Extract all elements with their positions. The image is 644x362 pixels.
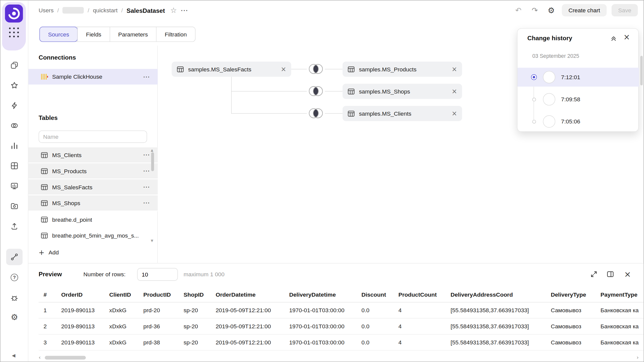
tables-title: Tables [38, 114, 58, 121]
table-item-breathe-point-5min[interactable]: breathe.point_5min_avg_mos_s... [28, 227, 158, 243]
preview-col-header: ClientID [104, 287, 139, 302]
preview-cell: 4 [393, 318, 446, 334]
source-node-salesfacts[interactable]: samples.MS_SalesFacts × [172, 62, 291, 77]
join-icon-shops[interactable] [307, 85, 325, 97]
preview-cell: 2019-05-09T12:21:00 [211, 302, 284, 318]
breadcrumb-redacted-item[interactable] [63, 7, 84, 14]
breadcrumb: Users / / quickstart / SalesDataset ☆ ⋯ [38, 1, 188, 20]
close-preview-icon[interactable]: × [622, 268, 633, 280]
datalens-dataset-editor: ? ⚙ ◀ Users / / quickstart / SalesDatase… [0, 0, 644, 362]
join-line [325, 113, 342, 114]
rows-max-hint: maximum 1 000 [184, 271, 225, 278]
service-switcher [2, 2, 26, 51]
canvas-scrollbar-thumb[interactable] [640, 56, 643, 85]
preview-col-header: ProductCount [393, 287, 446, 302]
preview-table: # OrderID ClientID ProductID ShopID Orde… [38, 287, 644, 350]
table-item-breathe-d-point[interactable]: breathe.d_point [28, 211, 158, 228]
join-icon-clients[interactable] [307, 108, 325, 119]
table-item-label: MS_Shops [52, 200, 80, 206]
table-more-icon[interactable]: ⋯ [143, 184, 150, 191]
source-node-shops[interactable]: samples.MS_Shops × [343, 84, 462, 99]
table-item-label: MS_Clients [52, 152, 82, 158]
tab-parameters[interactable]: Parameters [109, 27, 156, 41]
table-item-ms-products[interactable]: MS_Products ⋯ [28, 163, 158, 179]
nav-datasets-icon[interactable] [7, 118, 22, 133]
nav-export-icon[interactable] [7, 219, 22, 234]
apps-grid-icon[interactable] [9, 27, 19, 37]
preview-cell: xDxkG [104, 334, 139, 350]
nav-favorites-icon[interactable] [7, 78, 22, 93]
preview-col-header: ProductID [138, 287, 179, 302]
hscroll-thumb[interactable] [45, 356, 86, 360]
preview-layout-icon[interactable] [605, 268, 616, 280]
nav-connections-icon[interactable] [7, 98, 22, 113]
history-radio-selected[interactable] [531, 74, 537, 80]
table-item-ms-shops[interactable]: MS_Shops ⋯ [28, 195, 158, 211]
connection-item-sample-clickhouse[interactable]: Sample ClickHouse ⋯ [28, 69, 158, 84]
nav-help-icon[interactable]: ? [7, 270, 22, 285]
table-more-icon[interactable]: ⋯ [143, 151, 150, 158]
nav-dataset-editor-icon[interactable] [6, 249, 22, 265]
table-more-icon[interactable]: ⋯ [143, 199, 150, 206]
list-scroll-up-icon[interactable]: ▲ [151, 149, 153, 152]
sidebar-collapse-button[interactable]: ◀ [12, 353, 15, 358]
rows-count-input[interactable] [137, 268, 178, 281]
table-search-input[interactable] [38, 130, 147, 143]
preview-col-header: OrderDatetime [211, 287, 284, 302]
history-avatar [543, 71, 555, 83]
favorite-star-icon[interactable]: ☆ [170, 7, 177, 14]
hscroll-left-icon[interactable]: ‹ [38, 355, 41, 360]
list-scrollbar-thumb[interactable] [151, 152, 154, 171]
nav-collections-icon[interactable] [7, 58, 22, 73]
create-chart-button[interactable]: Create chart [562, 4, 607, 16]
preview-cell: [55.584931358,37.663917033] [446, 302, 546, 318]
source-node-clients[interactable]: samples.MS_Clients × [343, 106, 462, 121]
header-more-actions[interactable]: ⋯ [181, 7, 188, 14]
table-more-icon[interactable]: ⋯ [143, 167, 150, 174]
expand-preview-icon[interactable] [588, 268, 600, 280]
nav-reports-icon[interactable] [7, 178, 22, 193]
tab-sources[interactable]: Sources [40, 27, 77, 41]
collapse-panel-icon[interactable] [610, 35, 617, 43]
list-scroll-down-icon[interactable]: ▼ [151, 239, 153, 243]
join-line [231, 91, 307, 92]
redo-icon[interactable]: ↷ [529, 5, 541, 16]
table-item-label: breathe.d_point [52, 216, 92, 223]
datalens-logo[interactable] [5, 5, 23, 23]
add-table-button[interactable]: + Add [38, 247, 59, 258]
connection-more-icon[interactable]: ⋯ [143, 73, 150, 80]
history-avatar [543, 93, 555, 106]
tab-fields[interactable]: Fields [77, 27, 110, 41]
join-icon-products[interactable] [307, 63, 325, 75]
remove-source-icon[interactable]: × [452, 66, 457, 72]
history-entry[interactable]: 7:12:01 [517, 68, 639, 86]
dataset-settings-gear-icon[interactable]: ⚙ [545, 5, 557, 16]
close-history-icon[interactable]: × [623, 33, 630, 41]
save-button[interactable]: Save [612, 4, 638, 16]
source-node-label: samples.MS_SalesFacts [188, 66, 252, 72]
nav-storage-icon[interactable] [7, 199, 22, 213]
breadcrumb-users[interactable]: Users [38, 7, 54, 14]
connection-name: Sample ClickHouse [52, 73, 102, 80]
hscroll-right-icon[interactable]: › [637, 355, 639, 360]
nav-dashboards-icon[interactable] [7, 158, 22, 173]
table-item-ms-salesfacts[interactable]: MS_SalesFacts ⋯ [28, 179, 158, 195]
history-radio[interactable] [532, 120, 536, 123]
remove-source-icon[interactable]: × [452, 88, 457, 95]
history-entry[interactable]: 7:05:06 [517, 112, 639, 131]
table-item-ms-clients[interactable]: MS_Clients ⋯ [28, 147, 158, 163]
nav-charts-icon[interactable] [7, 138, 22, 153]
history-radio[interactable] [532, 98, 536, 101]
nav-bug-report-icon[interactable] [7, 290, 22, 305]
tab-filtration[interactable]: Filtration [156, 27, 195, 41]
undo-icon[interactable]: ↶ [513, 5, 524, 16]
source-node-products[interactable]: samples.MS_Products × [343, 62, 462, 77]
history-entry[interactable]: 7:09:58 [517, 90, 639, 109]
breadcrumb-quickstart[interactable]: quickstart [93, 7, 118, 14]
nav-settings-icon[interactable]: ⚙ [7, 310, 22, 325]
table-list: MS_Clients ⋯ MS_Products ⋯ MS_SalesFacts… [28, 147, 158, 243]
preview-col-header: PaymentType [595, 287, 644, 302]
preview-row: 3 2019-890113 xDxkG prd-38 sp-20 2019-05… [38, 334, 644, 350]
remove-source-icon[interactable]: × [281, 66, 286, 72]
remove-source-icon[interactable]: × [452, 110, 457, 117]
